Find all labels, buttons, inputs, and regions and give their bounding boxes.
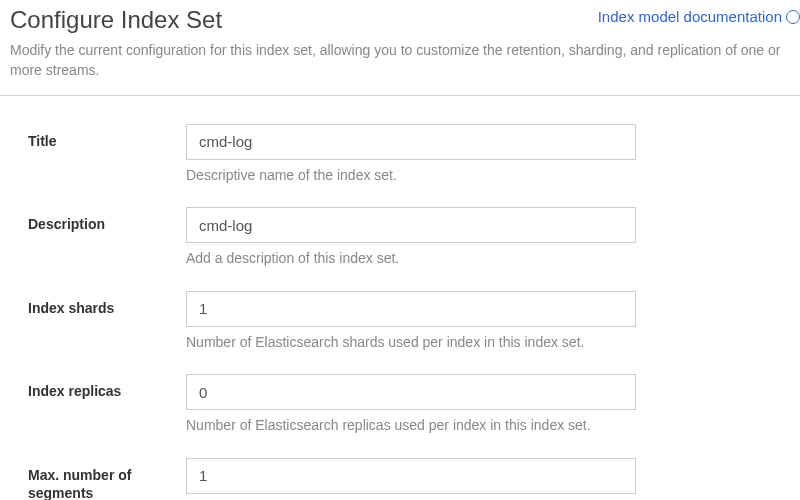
form-row-segments: Max. number of segments Maximum number o… (28, 458, 790, 500)
help-icon (786, 10, 800, 24)
replicas-label: Index replicas (28, 374, 186, 436)
title-label: Title (28, 124, 186, 186)
segments-input[interactable] (186, 458, 636, 494)
doc-link[interactable]: Index model documentation (598, 8, 800, 25)
description-input[interactable] (186, 207, 636, 243)
segments-label: Max. number of segments (28, 458, 186, 500)
form-row-replicas: Index replicas Number of Elasticsearch r… (28, 374, 790, 436)
title-input[interactable] (186, 124, 636, 160)
shards-label: Index shards (28, 291, 186, 353)
form-row-shards: Index shards Number of Elasticsearch sha… (28, 291, 790, 353)
title-help: Descriptive name of the index set. (186, 166, 636, 186)
title-field-wrap: Descriptive name of the index set. (186, 124, 636, 186)
form-row-description: Description Add a description of this in… (28, 207, 790, 269)
replicas-input[interactable] (186, 374, 636, 410)
page-header: Configure Index Set Index model document… (0, 0, 800, 96)
doc-link-label: Index model documentation (598, 8, 782, 25)
shards-help: Number of Elasticsearch shards used per … (186, 333, 636, 353)
replicas-help: Number of Elasticsearch replicas used pe… (186, 416, 636, 436)
segments-field-wrap: Maximum number of segments per Elasticse… (186, 458, 636, 500)
form-area: Title Descriptive name of the index set.… (0, 96, 800, 500)
shards-input[interactable] (186, 291, 636, 327)
replicas-field-wrap: Number of Elasticsearch replicas used pe… (186, 374, 636, 436)
shards-field-wrap: Number of Elasticsearch shards used per … (186, 291, 636, 353)
form-row-title: Title Descriptive name of the index set. (28, 124, 790, 186)
description-help: Add a description of this index set. (186, 249, 636, 269)
description-field-wrap: Add a description of this index set. (186, 207, 636, 269)
description-label: Description (28, 207, 186, 269)
page-description: Modify the current configuration for thi… (10, 40, 790, 81)
